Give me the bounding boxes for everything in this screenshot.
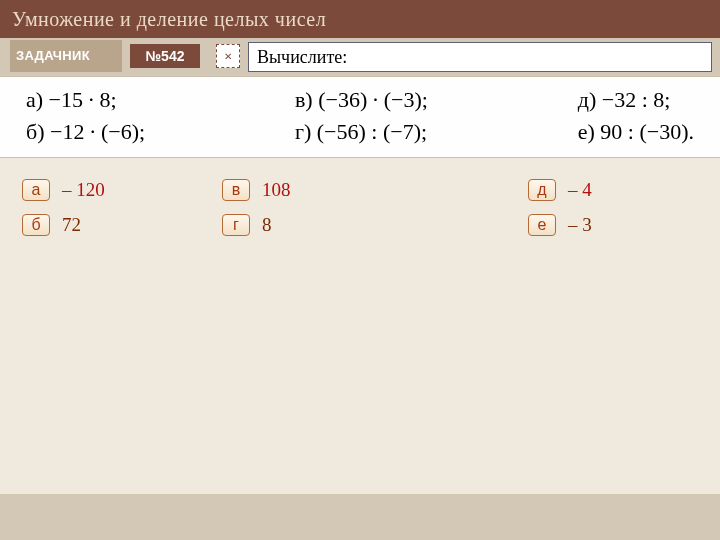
problem-d: д) −32 : 8; <box>578 87 694 113</box>
toolbar: ЗАДАЧНИК №542 ✕ Вычислите: <box>0 38 720 76</box>
answer-e: е – 3 <box>528 207 698 242</box>
answer-value-d: – 4 <box>568 172 592 207</box>
answer-a: а – 120 <box>22 172 222 207</box>
answer-value-v: 108 <box>262 172 291 207</box>
answer-value-e: – 3 <box>568 207 592 242</box>
answers-row-2: б 72 г 8 е – 3 <box>22 207 698 242</box>
answer-value-b: 72 <box>62 207 81 242</box>
answer-chip-b[interactable]: б <box>22 214 50 236</box>
instruction-box: Вычислите: <box>248 42 712 72</box>
problem-e: е) 90 : (−30). <box>578 119 694 145</box>
answer-chip-v[interactable]: в <box>222 179 250 201</box>
image-placeholder-icon: ✕ <box>216 44 240 68</box>
problems-col-3: д) −32 : 8; е) 90 : (−30). <box>578 87 694 151</box>
problem-number-badge: №542 <box>130 44 200 68</box>
answer-g: г 8 <box>222 207 528 242</box>
problem-v: в) (−36) · (−3); <box>295 87 428 113</box>
problem-a: а) −15 · 8; <box>26 87 145 113</box>
answer-chip-a[interactable]: а <box>22 179 50 201</box>
problem-b: б) −12 · (−6); <box>26 119 145 145</box>
title-text: Умножение и деление целых чисел <box>12 8 326 31</box>
answer-b: б 72 <box>22 207 222 242</box>
answer-chip-e[interactable]: е <box>528 214 556 236</box>
workbook-tab[interactable]: ЗАДАЧНИК <box>10 40 122 72</box>
problem-number-text: №542 <box>146 48 185 64</box>
answers-panel: а – 120 в 108 д – 4 б 72 г 8 е – 3 <box>0 158 720 256</box>
answer-value-g: 8 <box>262 207 272 242</box>
problem-g: г) (−56) : (−7); <box>295 119 428 145</box>
answer-chip-g[interactable]: г <box>222 214 250 236</box>
page-title: Умножение и деление целых чисел <box>0 0 720 38</box>
answer-v: в 108 <box>222 172 528 207</box>
workbook-tab-label: ЗАДАЧНИК <box>16 49 90 63</box>
instruction-text: Вычислите: <box>257 47 347 68</box>
problems-col-1: а) −15 · 8; б) −12 · (−6); <box>26 87 145 151</box>
answer-d: д – 4 <box>528 172 698 207</box>
answer-value-a: – 120 <box>62 172 105 207</box>
problems-panel: а) −15 · 8; б) −12 · (−6); в) (−36) · (−… <box>0 76 720 158</box>
answers-row-1: а – 120 в 108 д – 4 <box>22 172 698 207</box>
footer-bar <box>0 494 720 540</box>
problems-col-2: в) (−36) · (−3); г) (−56) : (−7); <box>295 87 428 151</box>
answer-chip-d[interactable]: д <box>528 179 556 201</box>
